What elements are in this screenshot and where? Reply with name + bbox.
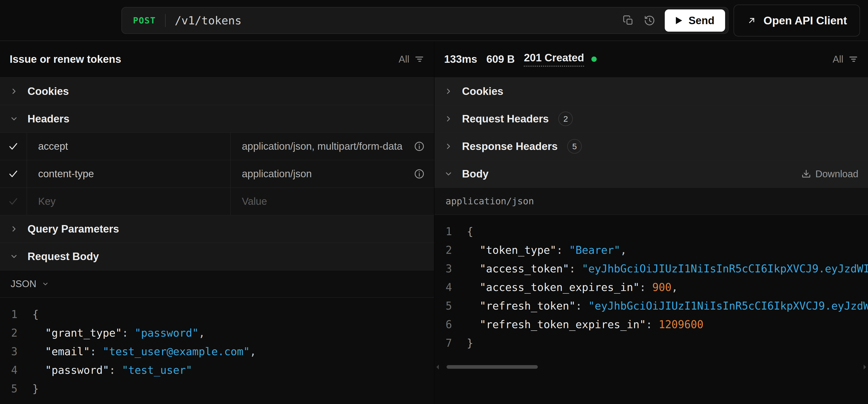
section-response-headers[interactable]: Response Headers 5 (434, 133, 868, 160)
code-line: 2 "grant_type": "password", (0, 324, 434, 342)
scrollbar-thumb[interactable] (446, 365, 538, 369)
workspace: Issue or renew tokens All Cookies Header… (0, 41, 868, 404)
arrow-up-right-icon (747, 16, 757, 26)
code-line: 4 "access_token_expires_in": 900, (434, 278, 868, 296)
code-token: } (32, 382, 39, 395)
code-token: : (122, 327, 135, 339)
code-token: "email" (32, 345, 90, 358)
line-number: 5 (11, 382, 32, 395)
line-number: 2 (11, 327, 32, 339)
section-cookies-label: Cookies (28, 85, 69, 97)
download-label: Download (815, 169, 858, 179)
code-token: "access_token_expires_in" (467, 281, 640, 293)
code-line: 1{ (434, 222, 868, 241)
code-line: 5} (0, 379, 434, 398)
filter-icon (848, 54, 858, 64)
code-token: , (199, 327, 205, 339)
code-line: 3 "access_token": "eyJhbGciOiJIUzI1NiIsI… (434, 259, 868, 278)
request-title: Issue or renew tokens (10, 53, 121, 65)
section-query-parameters[interactable]: Query Parameters (0, 215, 434, 243)
body-format-select[interactable]: JSON (0, 270, 434, 298)
request-body-editor[interactable]: 1{ 2 "grant_type": "password", 3 "email"… (0, 298, 434, 404)
code-line: 5 "refresh_token": "eyJhbGciOiJIUzI1NiIs… (434, 296, 868, 315)
send-button[interactable]: Send (665, 9, 725, 32)
check-icon (8, 141, 19, 152)
code-token: "eyJhbGciOiJIUzI1NiIsInR5cCI6IkpXVCJ9.ey… (582, 262, 868, 275)
topbar: POST /v1/tokens Send (0, 0, 868, 41)
check-icon (8, 168, 19, 179)
horizontal-scrollbar[interactable] (436, 365, 866, 369)
line-number: 3 (11, 345, 32, 358)
chevron-right-icon (444, 142, 453, 151)
send-button-label: Send (688, 15, 714, 27)
chevron-right-icon (10, 225, 18, 233)
code-token: "test_user" (122, 364, 192, 376)
section-response-headers-label: Response Headers (462, 140, 558, 152)
request-headers-count-badge: 2 (558, 112, 573, 126)
header-key-field[interactable]: Key (27, 188, 231, 215)
code-token: "grant_type" (32, 327, 122, 339)
download-icon (801, 169, 811, 179)
code-token: , (672, 281, 678, 293)
header-row-new: Key Value (0, 188, 434, 215)
response-body-viewer[interactable]: 1{ 2 "token_type": "Bearer", 3 "access_t… (434, 215, 868, 404)
code-token: : (640, 281, 652, 293)
section-response-body[interactable]: Body Download (434, 160, 868, 188)
section-request-body-label: Request Body (28, 251, 99, 262)
history-icon[interactable] (640, 11, 659, 30)
response-filter-button[interactable]: All (833, 54, 858, 65)
response-size: 609 B (486, 53, 515, 65)
response-status[interactable]: 201 Created (524, 52, 584, 67)
header-value-field[interactable]: Value (231, 188, 434, 215)
section-query-parameters-label: Query Parameters (28, 223, 119, 235)
code-line: 1{ (0, 305, 434, 324)
code-token: 1209600 (659, 318, 703, 330)
header-enabled-checkbox[interactable] (0, 133, 27, 160)
play-icon (675, 17, 683, 25)
header-key-field[interactable]: accept (27, 133, 231, 160)
header-enabled-checkbox[interactable] (0, 160, 27, 187)
request-url-bar[interactable]: POST /v1/tokens Send (121, 7, 728, 34)
info-icon[interactable] (414, 168, 425, 179)
status-dot (591, 57, 597, 62)
section-request-body[interactable]: Request Body (0, 243, 434, 270)
filter-icon (414, 54, 424, 64)
line-number: 1 (11, 308, 32, 320)
header-key-field[interactable]: content-type (27, 160, 231, 187)
copy-icon[interactable] (619, 11, 638, 30)
section-response-cookies[interactable]: Cookies (434, 78, 868, 105)
chevron-right-icon (444, 87, 453, 96)
line-number: 6 (445, 318, 467, 330)
line-number: 7 (445, 337, 467, 349)
url-input[interactable]: /v1/tokens (175, 14, 242, 27)
code-token: : (569, 262, 582, 275)
code-token: : (576, 300, 588, 312)
section-cookies[interactable]: Cookies (0, 78, 434, 105)
section-headers[interactable]: Headers (0, 105, 434, 133)
scroll-right-icon[interactable] (864, 365, 866, 370)
open-api-client-button[interactable]: Open API Client (734, 5, 860, 36)
code-token: : (556, 244, 569, 256)
code-token: "password" (32, 364, 109, 376)
response-stats: 133ms 609 B 201 Created (444, 52, 597, 67)
header-value-field[interactable]: application/json, multipart/form-data (231, 133, 434, 160)
response-content-type-label: application/json (445, 196, 534, 206)
header-enabled-checkbox[interactable] (0, 188, 27, 215)
request-filter-label: All (399, 54, 409, 65)
download-button[interactable]: Download (801, 169, 858, 179)
header-row-accept: accept application/json, multipart/form-… (0, 133, 434, 160)
scroll-left-icon[interactable] (436, 365, 439, 370)
code-token: , (620, 244, 627, 256)
request-filter-button[interactable]: All (399, 54, 424, 65)
chevron-down-icon (10, 252, 18, 261)
method-badge[interactable]: POST (133, 16, 156, 25)
code-token: , (250, 345, 256, 358)
info-icon[interactable] (414, 141, 425, 152)
code-line: 7} (434, 334, 868, 352)
code-token: { (467, 225, 473, 238)
code-token: : (646, 318, 659, 330)
code-line: 3 "email": "test_user@example.com", (0, 342, 434, 361)
code-token: : (109, 364, 122, 376)
section-request-headers[interactable]: Request Headers 2 (434, 105, 868, 133)
header-value-field[interactable]: application/json (231, 160, 434, 187)
